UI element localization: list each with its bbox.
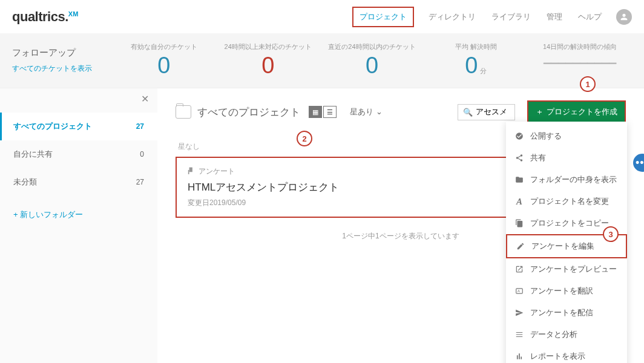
dropdown-item[interactable]: フォルダーの中身を表示 xyxy=(506,169,627,191)
stat-value: 0 xyxy=(112,53,216,79)
callout-2: 2 xyxy=(297,131,312,146)
user-avatar-icon[interactable] xyxy=(616,9,632,25)
nav-directory[interactable]: ディレクトリ xyxy=(427,8,477,26)
dropdown-label: 共有 xyxy=(530,152,546,163)
search-input[interactable] xyxy=(476,108,512,117)
more-actions-button[interactable]: ••• xyxy=(633,154,644,172)
new-folder-button[interactable]: + 新しいフォルダー xyxy=(0,201,157,229)
dropdown-label: 公開する xyxy=(530,131,562,142)
chart-icon xyxy=(514,352,524,361)
translate-icon: A xyxy=(514,287,524,295)
check-icon xyxy=(514,132,524,140)
share-icon xyxy=(514,154,524,162)
sidebar-item[interactable]: すべてのプロジェクト27 xyxy=(0,113,157,140)
logo[interactable]: qualtrics.XM xyxy=(12,9,78,25)
followup-link[interactable]: すべてのチケットを表示 xyxy=(12,64,112,74)
dropdown-label: プロジェクトをコピー xyxy=(530,218,609,229)
folder-icon xyxy=(176,105,191,119)
stat-value: 0 xyxy=(216,53,320,79)
close-icon[interactable]: ✕ xyxy=(141,93,149,105)
preview-icon xyxy=(514,265,524,273)
nav-projects[interactable]: プロジェクト xyxy=(352,7,414,27)
view-list-icon[interactable]: ☰ xyxy=(323,106,337,118)
svg-text:A: A xyxy=(518,289,520,293)
nav-library[interactable]: ライブラリ xyxy=(490,8,532,26)
A-icon: A xyxy=(514,197,524,207)
plus-icon: ＋ xyxy=(536,106,544,117)
create-project-button[interactable]: ＋ プロジェクトを作成 xyxy=(527,100,626,123)
svg-point-1 xyxy=(516,157,519,159)
dropdown-label: プロジェクト名を変更 xyxy=(530,196,609,207)
view-card-icon[interactable]: ▦ xyxy=(309,106,322,118)
svg-point-0 xyxy=(521,154,523,156)
nav-admin[interactable]: 管理 xyxy=(545,8,564,26)
dropdown-label: アンケートを配信 xyxy=(530,307,593,318)
sparkline: ▁▁▁▁▁▁▁▁▁▁ xyxy=(528,53,632,64)
dropdown-label: アンケートを翻訳 xyxy=(530,286,593,296)
dropdown-item[interactable]: レポートを表示 xyxy=(506,345,627,363)
content-title: すべてのプロジェクト xyxy=(197,105,300,119)
stat-label: 14日間の解決時間の傾向 xyxy=(528,42,632,51)
dropdown-label: アンケートを編集 xyxy=(531,241,594,252)
stat-value: 0 xyxy=(320,53,424,79)
stat-label: 24時間以上未対応のチケット xyxy=(216,42,320,51)
dropdown-item[interactable]: 公開する xyxy=(506,125,627,147)
dropdown-item[interactable]: アンケートを配信 xyxy=(506,302,627,324)
followup-title: フォローアップ xyxy=(12,47,112,59)
survey-icon: ı▘ xyxy=(188,168,195,176)
dropdown-item[interactable]: アンケートをプレビュー xyxy=(506,258,627,280)
copy-icon xyxy=(514,219,524,227)
sidebar-item[interactable]: 自分に共有0 xyxy=(0,140,157,168)
stat-value: 0分 xyxy=(424,53,528,79)
sidebar-item[interactable]: 未分類27 xyxy=(0,168,157,196)
actions-dropdown: 公開する共有フォルダーの中身を表示Aプロジェクト名を変更プロジェクトをコピーアン… xyxy=(506,122,627,363)
dropdown-item[interactable]: Aアンケートを翻訳 xyxy=(506,280,627,302)
dropdown-label: フォルダーの中身を表示 xyxy=(530,174,617,185)
callout-1: 1 xyxy=(580,76,596,92)
nav-help[interactable]: ヘルプ xyxy=(577,8,603,26)
callout-3: 3 xyxy=(603,226,619,242)
dropdown-item[interactable]: Aプロジェクト名を変更 xyxy=(506,191,627,212)
svg-point-2 xyxy=(521,159,523,162)
data-icon xyxy=(514,330,524,339)
search-icon: 🔍 xyxy=(463,108,473,117)
dropdown-label: レポートを表示 xyxy=(530,351,585,362)
pencil-icon xyxy=(516,242,525,250)
dropdown-label: アンケートをプレビュー xyxy=(530,264,617,275)
star-filter[interactable]: 星あり ⌄ xyxy=(350,106,383,117)
stat-label: 平均 解決時間 xyxy=(424,42,528,51)
send-icon xyxy=(514,309,524,317)
folder-icon xyxy=(514,175,524,184)
search-box[interactable]: 🔍 xyxy=(458,104,515,120)
dropdown-label: データと分析 xyxy=(530,329,577,340)
dropdown-item[interactable]: 共有 xyxy=(506,147,627,169)
stat-label: 直近の24時間以内のチケット xyxy=(320,42,424,51)
dropdown-item[interactable]: データと分析 xyxy=(506,324,627,345)
stat-label: 有効な自分のチケット xyxy=(112,42,216,51)
